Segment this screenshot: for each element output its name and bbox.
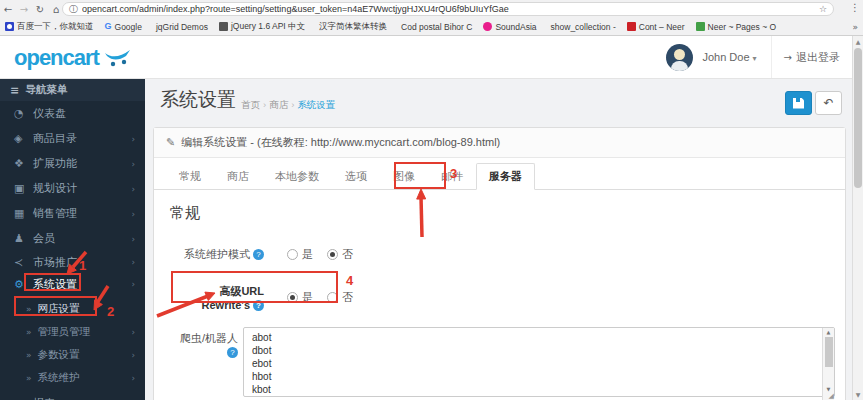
site-info-icon[interactable]: ⓘ: [69, 3, 78, 16]
chevron-right-icon: ›: [131, 234, 135, 244]
tab-local[interactable]: 本地参数: [262, 163, 332, 190]
robots-row: 爬虫/机器人? abot dbot ebot hbot kbot lbot ▲ …: [170, 327, 835, 400]
chevron-down-icon: ▾: [753, 54, 757, 63]
main-content: 系统设置 首页›商店›系统设置 ↶ ✎ 编辑系统设置 - (在线教程: http…: [145, 79, 852, 400]
neer-pages-favicon: [696, 22, 705, 31]
submenu-marker-icon: »: [26, 350, 32, 360]
customers-icon: ♟: [14, 232, 33, 245]
resize-handle-icon[interactable]: ◢: [829, 393, 834, 400]
url-text[interactable]: opencart.com/admin/index.php?route=setti…: [82, 4, 819, 14]
sidebar-item-maintenance[interactable]: »系统维护›: [0, 366, 145, 389]
tab-server[interactable]: 服务器: [476, 163, 535, 190]
settings-panel: ✎ 编辑系统设置 - (在线教程: http://www.mycncart.co…: [153, 127, 846, 400]
tab-image[interactable]: 图像: [380, 163, 428, 190]
url-bar[interactable]: ⓘ opencart.com/admin/index.php?route=set…: [62, 2, 834, 16]
textarea-scrollbar[interactable]: ▲ ▼: [822, 328, 834, 400]
bookmark-jqgrid[interactable]: jqGrid Demos: [153, 22, 208, 32]
bookmark-codpostal[interactable]: Cod postal Bihor C: [398, 22, 472, 32]
seo-url-yes-radio[interactable]: 是: [287, 290, 313, 305]
bookmark-show-collection[interactable]: show_collection -: [548, 22, 616, 32]
panel-body: 常规 系统维护模式? 是 否 高级URL Rewrite's? 是 否: [154, 190, 845, 400]
back-button[interactable]: ↶: [815, 91, 842, 115]
scroll-up-icon[interactable]: ▲: [823, 329, 834, 335]
sidebar-item-reports[interactable]: ▥报表›: [0, 391, 145, 400]
bookmark-hanzi[interactable]: 汉字简体繁体转换: [316, 21, 387, 33]
seo-url-row: 高级URL Rewrite's? 是 否: [170, 284, 835, 311]
tab-mail[interactable]: 邮件: [428, 163, 476, 190]
sidebar-item-dashboard[interactable]: ◔仪表盘: [0, 101, 145, 126]
back-icon[interactable]: ←: [0, 4, 16, 15]
screen: ← → ↻ ⌂ ⓘ opencart.com/admin/index.php?r…: [0, 0, 863, 400]
sidebar-item-localisation[interactable]: »参数设置›: [0, 343, 145, 366]
chevron-right-icon: ›: [131, 257, 135, 267]
tab-option[interactable]: 选项: [332, 163, 380, 190]
bookmark-cont-neer[interactable]: Cont – Neer: [627, 22, 685, 32]
reply-icon: ↶: [823, 96, 833, 110]
bookmark-google[interactable]: GGoogle: [105, 22, 142, 32]
bookmark-neer-pages[interactable]: Neer ~ Pages ~ O: [696, 22, 777, 32]
chevron-right-icon: ›: [131, 373, 135, 383]
tab-store[interactable]: 商店: [214, 163, 262, 190]
sidebar-item-catalog[interactable]: ◈商品目录›: [0, 126, 145, 151]
sales-icon: ▦: [14, 207, 33, 220]
sidebar-item-sales[interactable]: ▦销售管理›: [0, 201, 145, 226]
logout-icon: →: [784, 52, 792, 63]
scrollbar-thumb[interactable]: [854, 48, 862, 188]
save-button[interactable]: [785, 91, 812, 115]
submenu-marker-icon: »: [26, 327, 32, 337]
bookmark-soundasia[interactable]: SoundAsia: [483, 22, 536, 32]
scroll-up-icon[interactable]: ▲: [853, 38, 863, 45]
tab-general[interactable]: 常规: [166, 163, 214, 190]
sidebar-item-design[interactable]: ▣规划设计›: [0, 176, 145, 201]
maintenance-no-radio[interactable]: 否: [327, 247, 353, 262]
page-title: 系统设置: [160, 87, 236, 113]
catalog-icon: ◈: [14, 132, 33, 145]
seo-url-no-radio[interactable]: 否: [327, 290, 353, 305]
sidebar: ≡导航菜单 ◔仪表盘 ◈商品目录› ❖扩展功能› ▣规划设计› ▦销售管理› ♟…: [0, 79, 145, 400]
sidebar-item-system[interactable]: ⚙系统设置›: [0, 273, 145, 295]
help-icon: ?: [227, 347, 238, 358]
robots-textarea[interactable]: abot dbot ebot hbot kbot lbot: [243, 327, 835, 397]
breadcrumb-store[interactable]: 商店: [269, 99, 288, 110]
opencart-logo[interactable]: opencart: [14, 45, 133, 71]
panel-heading: ✎ 编辑系统设置 - (在线教程: http://www.mycncart.co…: [154, 128, 845, 158]
browser-chrome: ← → ↻ ⌂ ⓘ opencart.com/admin/index.php?r…: [0, 0, 863, 36]
reload-icon[interactable]: ↻: [32, 4, 48, 15]
bookmark-star-icon[interactable]: ☆: [819, 4, 827, 14]
scroll-down-icon[interactable]: ▼: [853, 391, 863, 398]
logout-button[interactable]: →退出登录: [771, 36, 852, 78]
avatar[interactable]: [666, 44, 693, 71]
logo-text: opencart: [14, 45, 99, 71]
admin-page: opencart John Doe ▾ →退出登录 ≡导航菜单 ◔仪表盘 ◈商品…: [0, 36, 863, 400]
chevron-right-icon: ›: [131, 134, 135, 144]
seo-url-radios: 是 否: [287, 290, 367, 305]
maintenance-yes-radio[interactable]: 是: [287, 247, 313, 262]
sidebar-item-marketing[interactable]: ≺市场推广›: [0, 251, 145, 273]
breadcrumb-home[interactable]: 首页: [241, 99, 260, 110]
sidebar-item-extensions[interactable]: ❖扩展功能›: [0, 151, 145, 176]
browser-menu-icon[interactable]: ⋮: [850, 2, 860, 13]
pencil-icon: ✎: [166, 136, 175, 149]
sidebar-item-customers[interactable]: ♟会员›: [0, 226, 145, 251]
forward-icon[interactable]: →: [16, 4, 32, 15]
jquery-favicon: [219, 22, 228, 31]
bookmarks-bar: 百度一下，你就知道 GGoogle jqGrid Demos jQuery 1.…: [0, 18, 863, 35]
bookmark-baidu[interactable]: 百度一下，你就知道: [5, 21, 94, 33]
panel-title: 编辑系统设置 - (在线教程: http://www.mycncart.com/…: [181, 135, 500, 150]
radio-icon: [327, 292, 338, 303]
breadcrumb-settings[interactable]: 系统设置: [297, 99, 335, 110]
help-icon: ?: [253, 300, 264, 311]
chevron-right-icon: ›: [131, 350, 135, 360]
scrollbar-thumb[interactable]: [825, 337, 833, 367]
page-scrollbar[interactable]: ▲ ▼: [852, 36, 863, 400]
cont-neer-favicon: [627, 22, 636, 31]
baidu-favicon: [5, 22, 14, 31]
bookmarks-overflow-icon[interactable]: »: [852, 22, 858, 32]
marketing-icon: ≺: [14, 256, 33, 269]
sidebar-item-store-settings[interactable]: »网店设置: [0, 297, 145, 320]
system-submenu: »网店设置 »管理员管理› »参数设置› »系统维护›: [0, 297, 145, 389]
bookmark-jquery-api[interactable]: jQuery 1.6 API 中文: [219, 21, 305, 33]
browser-toolbar: ← → ↻ ⌂ ⓘ opencart.com/admin/index.php?r…: [0, 0, 863, 18]
sidebar-item-users[interactable]: »管理员管理›: [0, 320, 145, 343]
user-menu[interactable]: John Doe ▾: [702, 51, 756, 63]
